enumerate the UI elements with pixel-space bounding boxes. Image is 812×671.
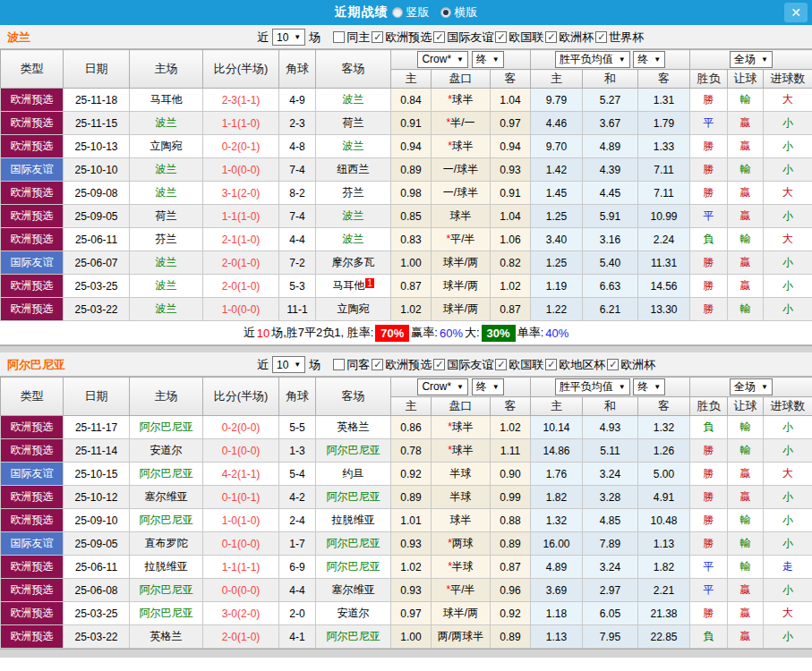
games-count-select[interactable]: 10 ▼: [272, 356, 305, 373]
match-row: 国际友谊25-06-07波兰2-0(1-0)7-2摩尔多瓦1.00球半/两0.8…: [1, 251, 812, 275]
away-team-cell: 塞尔维亚: [316, 579, 391, 602]
league-label: 欧洲预选: [385, 30, 432, 46]
avg-lose-cell: 21.38: [638, 602, 690, 625]
subcol-away-odds: 客: [491, 70, 531, 89]
away-odds-cell: 0.88: [491, 509, 531, 532]
layout-vertical-radio[interactable]: 竖版: [390, 4, 430, 21]
competition-type-cell: 欧洲预选: [1, 89, 64, 112]
close-button[interactable]: ✕: [784, 3, 808, 22]
competition-type-cell: 欧洲预选: [1, 275, 64, 298]
avg-win-cell: 14.86: [531, 439, 583, 463]
chevron-down-icon: ▼: [619, 383, 626, 391]
date-cell: 25-03-22: [64, 625, 130, 649]
subcol-handicap: 盘口: [432, 70, 491, 89]
away-team-cell: 约旦: [316, 463, 391, 486]
col-home: 主场: [130, 378, 203, 416]
avg-draw-cell: 6.63: [583, 275, 638, 298]
match-row: 欧洲预选25-03-22波兰1-0(0-0)11-1立陶宛1.02球半/两0.8…: [1, 298, 812, 321]
odds-source-select[interactable]: Crow*▼: [417, 378, 468, 395]
handicap-result-cell: 輸: [728, 298, 764, 321]
competition-type-cell: 国际友谊: [1, 251, 64, 275]
result-cell: 平: [690, 112, 728, 135]
final-odds-select[interactable]: 终▼: [472, 378, 504, 395]
avg-lose-cell: 1.26: [638, 439, 690, 463]
corners-cell: 4-4: [279, 579, 316, 602]
subcol-handicap-result: 让球: [728, 70, 764, 89]
match-row: 欧洲预选25-06-11芬兰2-1(1-0)4-4波兰0.83*平/半1.063…: [1, 228, 812, 251]
avg-draw-cell: 4.89: [583, 135, 638, 158]
away-team-cell: 阿尔巴尼亚: [316, 439, 391, 463]
checkbox-checked-icon: ✓: [545, 31, 557, 43]
handicap-cell: 球半/两: [432, 275, 491, 298]
avg-odds-select[interactable]: 胜平负均值▼: [555, 51, 630, 68]
same-venue-checkbox[interactable]: 同主: [333, 30, 370, 46]
home-team-cell: 阿尔巴尼亚: [130, 602, 203, 625]
league-checkbox-2[interactable]: ✓国际友谊: [433, 30, 493, 46]
home-odds-cell: 0.97: [391, 602, 432, 625]
handicap-result-cell: 贏: [728, 182, 764, 205]
date-cell: 25-03-25: [64, 275, 130, 298]
league-checkbox-5[interactable]: ✓世界杯: [595, 30, 644, 46]
handicap-result-cell: 贏: [728, 135, 764, 158]
avg-draw-cell: 5.91: [583, 205, 638, 228]
competition-type-cell: 欧洲预选: [1, 625, 64, 649]
home-odds-cell: 0.93: [391, 579, 432, 602]
col-type: 类型: [1, 50, 64, 89]
league-checkbox-4[interactable]: ✓欧地区杯: [545, 357, 605, 373]
avg-win-cell: 1.22: [531, 298, 583, 321]
league-checkbox-3[interactable]: ✓欧国联: [495, 30, 543, 46]
layout-horizontal-radio[interactable]: 横版: [439, 4, 478, 21]
away-team-cell: 波兰: [316, 205, 391, 228]
score-cell: 0-0(0-0): [203, 579, 279, 602]
date-cell: 25-06-11: [64, 228, 130, 251]
corners-cell: 4-9: [279, 89, 316, 112]
handicap-cell: *半球: [432, 556, 491, 579]
subcol-handicap-result: 让球: [728, 397, 764, 416]
scope-header: 全场▼: [690, 50, 812, 70]
scope-header: 全场▼: [690, 378, 812, 397]
scope-select[interactable]: 全场▼: [730, 51, 773, 68]
avg-lose-cell: 13.30: [638, 298, 690, 321]
scope-select[interactable]: 全场▼: [730, 378, 773, 395]
home-team-cell: 波兰: [130, 275, 203, 298]
final-odds-select[interactable]: 终▼: [472, 51, 504, 68]
competition-type-cell: 欧洲预选: [1, 509, 64, 532]
league-checkbox-1[interactable]: ✓欧洲预选: [372, 30, 432, 46]
same-venue-checkbox[interactable]: 同客: [333, 357, 370, 373]
league-checkbox-2[interactable]: ✓国际友谊: [433, 357, 493, 373]
result-cell: 勝: [690, 486, 728, 509]
result-cell: 勝: [690, 509, 728, 532]
league-checkbox-1[interactable]: ✓欧洲预选: [372, 357, 432, 373]
away-team-cell: 安道尔: [316, 602, 391, 625]
league-checkbox-3[interactable]: ✓欧国联: [495, 357, 543, 373]
home-team-cell: 阿尔巴尼亚: [130, 509, 203, 532]
final-avg-select[interactable]: 终▼: [633, 378, 665, 395]
date-cell: 25-09-10: [64, 509, 130, 532]
home-team-cell: 波兰: [130, 298, 203, 321]
final-avg-select[interactable]: 终▼: [633, 51, 665, 68]
handicap-result-cell: 贏: [728, 205, 764, 228]
avg-win-cell: 1.18: [531, 602, 583, 625]
avg-lose-cell: 1.33: [638, 135, 690, 158]
avg-lose-cell: 2.24: [638, 228, 690, 251]
corners-cell: 5-3: [279, 275, 316, 298]
handicap-cell: 球半/两: [432, 602, 491, 625]
avg-odds-select[interactable]: 胜平负均值▼: [555, 378, 630, 395]
match-row: 欧洲预选25-11-17阿尔巴尼亚0-2(0-0)5-5英格兰0.86*球半1.…: [1, 416, 812, 439]
league-checkbox-5[interactable]: ✓欧洲杯: [607, 357, 655, 373]
corners-cell: 7-4: [279, 158, 316, 182]
games-count-select[interactable]: 10 ▼: [272, 29, 305, 46]
league-checkbox-4[interactable]: ✓欧洲杯: [545, 30, 594, 46]
score-cell: 0-2(0-0): [203, 416, 279, 439]
col-away: 客场: [316, 50, 391, 89]
away-odds-cell: 1.06: [491, 228, 531, 251]
checkbox-checked-icon: ✓: [372, 359, 383, 370]
score-cell: 4-2(1-1): [203, 463, 279, 486]
handicap-cell: *球半: [432, 439, 491, 463]
competition-type-cell: 欧洲预选: [1, 416, 64, 439]
odds-source-select[interactable]: Crow*▼: [417, 51, 468, 68]
chevron-down-icon: ▼: [654, 55, 661, 64]
date-cell: 25-10-13: [64, 135, 130, 158]
col-corner: 角球: [279, 50, 316, 89]
avg-draw-cell: 4.39: [583, 158, 638, 182]
